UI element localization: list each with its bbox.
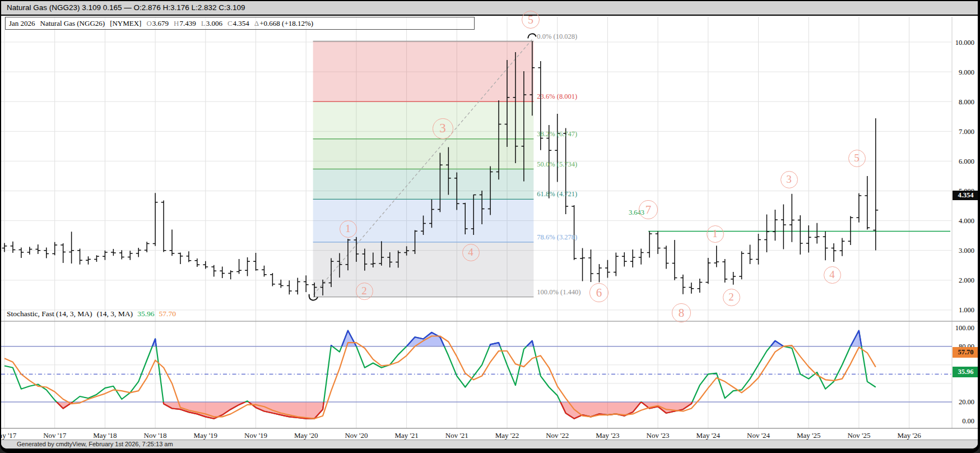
quote-open: O3.679 <box>146 19 169 28</box>
svg-text:7.000: 7.000 <box>959 128 974 136</box>
svg-text:8.000: 8.000 <box>959 98 974 106</box>
contract-header-box: Jan 2026 Natural Gas (NGG26) [NYMEX] O3.… <box>5 17 475 30</box>
svg-text:May '19: May '19 <box>194 431 217 440</box>
contract-exchange: [NYMEX] <box>110 19 141 28</box>
svg-text:50.0% (5.734): 50.0% (5.734) <box>537 160 577 168</box>
svg-text:2.000: 2.000 <box>959 276 974 284</box>
stochastic-k-value: 35.96 <box>137 309 154 318</box>
svg-text:May '26: May '26 <box>897 431 921 440</box>
wave-label-4[interactable]: 4 <box>462 244 480 261</box>
svg-text:Nov '25: Nov '25 <box>847 431 870 440</box>
svg-text:May '18: May '18 <box>93 431 117 440</box>
wave-label-3[interactable]: 3 <box>433 118 453 139</box>
stoch-overbought-fill <box>4 331 876 419</box>
svg-text:Nov '24: Nov '24 <box>747 431 770 440</box>
svg-text:10.000: 10.000 <box>955 39 974 47</box>
svg-text:38.2% (6.747): 38.2% (6.747) <box>537 130 577 138</box>
svg-text:Nov '23: Nov '23 <box>647 431 670 440</box>
wave-label-8[interactable]: 8 <box>672 303 691 322</box>
svg-text:May '24: May '24 <box>696 431 721 440</box>
stochastic-header: Stochastic, Fast (14, 3, MA) (14, 3, MA)… <box>7 309 176 318</box>
contract-name: Natural Gas (NGG26) <box>40 19 105 28</box>
chart-canvas[interactable]: 0.0% (10.028)23.6% (8.001)38.2% (6.747)5… <box>1 16 978 442</box>
contract-month: Jan 2026 <box>9 19 35 28</box>
svg-text:Nov '17: Nov '17 <box>43 431 66 440</box>
wave-label-2[interactable]: 2 <box>723 289 740 306</box>
quote-close: C4.354 <box>227 19 249 28</box>
svg-text:100.00: 100.00 <box>955 324 974 332</box>
wave-label-2[interactable]: 2 <box>356 283 373 300</box>
wave-label-6[interactable]: 6 <box>589 283 609 302</box>
wave-label-7[interactable]: 7 <box>639 200 658 219</box>
svg-text:May '17: May '17 <box>1 431 17 440</box>
wave-label-1[interactable]: 1 <box>707 225 724 243</box>
wave-label-3[interactable]: 3 <box>781 171 798 188</box>
svg-text:Nov '19: Nov '19 <box>244 431 267 440</box>
svg-text:May '22: May '22 <box>495 431 519 440</box>
svg-text:Nov '18: Nov '18 <box>144 431 167 440</box>
status-bar: Generated by cmdtyView, February 1st 202… <box>1 440 978 449</box>
stoch-d-line <box>4 336 876 419</box>
wave-label-5[interactable]: 5 <box>848 150 866 167</box>
svg-text:May '25: May '25 <box>797 431 820 440</box>
trend-end-hook-icon <box>528 34 536 38</box>
svg-text:6.000: 6.000 <box>959 158 974 165</box>
svg-text:0.0% (10.028): 0.0% (10.028) <box>537 33 577 40</box>
chart-workspace: Natural Gas (NGG23) 3.109 0.165 — O:2.87… <box>1 1 978 449</box>
app-window: Natural Gas (NGG23) 3.109 0.165 — O:2.87… <box>0 0 980 453</box>
last-price-badge: 4.354 <box>953 191 978 200</box>
stoch-k-badge: 35.96 <box>953 367 978 377</box>
status-text: Generated by cmdtyView, February 1st 202… <box>17 441 173 447</box>
svg-text:4.000: 4.000 <box>959 217 974 225</box>
stoch-d-badge: 57.70 <box>953 347 978 358</box>
symbol-quote-bar: Natural Gas (NGG23) 3.109 0.165 — O:2.87… <box>1 1 978 16</box>
wave-label-1[interactable]: 1 <box>340 220 357 238</box>
wave-label-5[interactable]: 5 <box>522 11 540 29</box>
svg-text:Nov '20: Nov '20 <box>345 431 368 440</box>
svg-text:May '20: May '20 <box>294 431 318 440</box>
quote-high: H7.439 <box>174 19 196 28</box>
svg-text:78.6% (3.278): 78.6% (3.278) <box>537 233 577 241</box>
svg-text:May '21: May '21 <box>394 431 418 440</box>
svg-text:23.6% (8.001): 23.6% (8.001) <box>537 93 577 100</box>
stochastic-title: Stochastic, Fast (14, 3, MA) <box>7 309 92 318</box>
svg-text:61.8% (4.721): 61.8% (4.721) <box>537 190 577 198</box>
stochastic-d-value: 57.70 <box>159 309 176 318</box>
quote-change: Δ+0.668 (+18.12%) <box>254 19 313 28</box>
symbol-quote-text: Natural Gas (NGG23) 3.109 0.165 — O:2.87… <box>7 3 245 12</box>
svg-text:0.00: 0.00 <box>962 417 974 425</box>
svg-text:May '23: May '23 <box>596 431 619 440</box>
quote-low: L3.006 <box>201 19 222 28</box>
svg-text:Nov '21: Nov '21 <box>445 431 468 440</box>
svg-text:20.00: 20.00 <box>959 398 974 406</box>
svg-text:Nov '22: Nov '22 <box>546 431 569 440</box>
stochastic-params: (14, 3, MA) <box>97 309 133 318</box>
svg-text:1.000: 1.000 <box>959 306 974 314</box>
wave-label-4[interactable]: 4 <box>824 266 841 284</box>
svg-text:3.000: 3.000 <box>959 247 974 255</box>
svg-text:9.000: 9.000 <box>959 68 974 76</box>
svg-text:100.0% (1.440): 100.0% (1.440) <box>537 288 580 296</box>
